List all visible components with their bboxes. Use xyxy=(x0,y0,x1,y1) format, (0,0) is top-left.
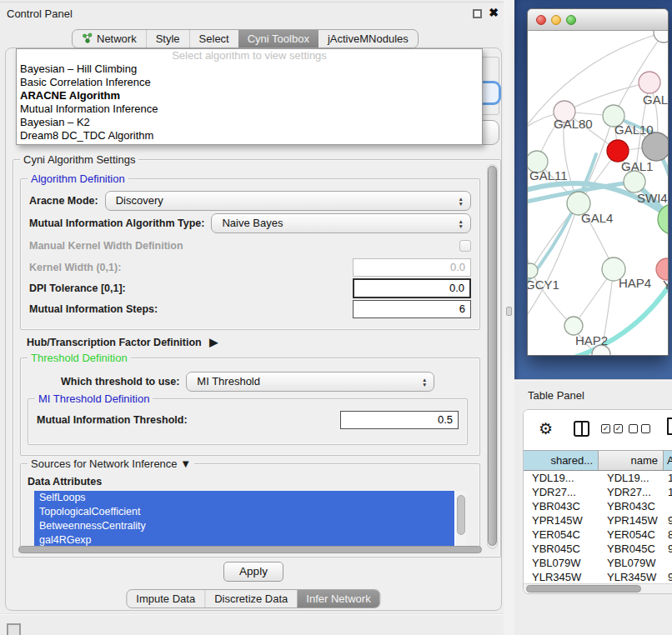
bottom-tab-impute-data[interactable]: Impute Data xyxy=(127,590,204,608)
table-cell[interactable]: YER054C xyxy=(599,528,664,542)
algorithm-option[interactable]: Mutual Information Inference xyxy=(17,102,482,116)
apply-button[interactable]: Apply xyxy=(223,562,283,582)
scrollbar-thumb[interactable] xyxy=(457,495,465,535)
close-traffic-light[interactable] xyxy=(536,15,546,25)
scrollbar-thumb[interactable] xyxy=(18,546,482,553)
attribute-item[interactable]: SelfLoops xyxy=(34,491,454,505)
bottom-tab-infer-network[interactable]: Infer Network xyxy=(297,590,379,608)
scrollbar-thumb[interactable] xyxy=(526,585,641,592)
table-cell[interactable]: YDL19... xyxy=(524,471,599,485)
zoom-traffic-light[interactable] xyxy=(566,15,576,25)
algorithm-option[interactable]: Bayesian – Hill Climbing xyxy=(17,62,482,76)
table-row[interactable]: YDR27...YDR27...12 xyxy=(524,485,672,499)
table-cell[interactable]: 9. xyxy=(664,542,672,556)
table-cell[interactable]: YLR345W xyxy=(599,570,664,584)
tab-label: Network xyxy=(97,32,137,45)
column-header-name[interactable]: name xyxy=(599,451,664,470)
checked-pair-icon[interactable]: ✓✓ xyxy=(601,424,623,433)
table-row[interactable]: YDL19...YDL19...13 xyxy=(524,471,672,485)
columns-icon[interactable] xyxy=(574,421,589,437)
table-cell[interactable]: 8. xyxy=(664,528,672,542)
hub-definition-expander[interactable]: Hub/Transcription Factor Definition ▶ xyxy=(27,336,218,348)
node-label: HAP2 xyxy=(575,333,608,348)
table-cell[interactable]: YBR043C xyxy=(524,499,599,513)
float-window-icon[interactable] xyxy=(473,9,482,18)
table-horizontal-scrollbar[interactable] xyxy=(524,583,672,593)
attribute-item[interactable]: TopologicalCoefficient xyxy=(34,505,454,519)
tab-style[interactable]: Style xyxy=(146,30,189,48)
window-titlebar[interactable] xyxy=(528,9,668,31)
bottom-tab-discretize-data[interactable]: Discretize Data xyxy=(204,590,297,608)
table-row[interactable]: YER054CYER054C8. xyxy=(524,528,672,542)
attribute-item[interactable]: BetweennessCentrality xyxy=(34,519,454,533)
table-cell[interactable]: YBR045C xyxy=(524,542,599,556)
tab-jactivemnodules[interactable]: jActiveMNodules xyxy=(318,30,418,48)
table-cell[interactable]: YDL19... xyxy=(599,471,664,485)
table-row[interactable]: YBR045CYBR045C9. xyxy=(524,542,672,556)
table-cell[interactable]: YER054C xyxy=(524,528,599,542)
node-label: GAL80 xyxy=(554,117,593,131)
table-row[interactable]: YBL079WYBL079W xyxy=(524,556,672,570)
table-cell[interactable]: YBL079W xyxy=(524,556,599,570)
dpi-tolerance-field[interactable]: 0.0 xyxy=(353,278,471,298)
close-icon[interactable]: ✖ xyxy=(489,6,499,19)
algorithm-option[interactable]: Dream8 DC_TDC Algorithm xyxy=(17,129,482,142)
tab-label: jActiveMNodules xyxy=(328,32,409,45)
table-row[interactable]: YBR043CYBR043C xyxy=(524,499,672,513)
chevron-updown-icon: ▲▼ xyxy=(422,378,427,387)
settings-horizontal-scrollbar[interactable] xyxy=(18,546,482,554)
algorithm-option[interactable]: ARACNE Algorithm xyxy=(17,89,482,102)
mini-panel-icon[interactable] xyxy=(7,623,21,635)
network-window[interactable]: GALGAL80GAL10GAL1GAL11SWI4GAL4GCY1HAP4YH… xyxy=(527,8,669,356)
split-divider[interactable] xyxy=(504,0,514,635)
control-panel-tabs: NetworkStyleSelectCyni ToolboxjActiveMNo… xyxy=(72,29,419,48)
column-header-clipped[interactable]: A xyxy=(664,451,672,470)
table-cell[interactable]: 12 xyxy=(664,485,672,499)
network-canvas[interactable]: GALGAL80GAL10GAL1GAL11SWI4GAL4GCY1HAP4YH… xyxy=(528,31,668,356)
which-threshold-combo[interactable]: MI Threshold ▲▼ xyxy=(186,372,434,392)
aracne-mode-combo[interactable]: Discovery ▲▼ xyxy=(105,191,471,211)
column-header-shared-name[interactable]: shared... xyxy=(524,451,599,470)
minimize-traffic-light[interactable] xyxy=(551,15,561,25)
algorithm-option[interactable]: Basic Correlation Inference xyxy=(17,76,482,89)
attribute-rows: SelfLoopsTopologicalCoefficientBetweenne… xyxy=(34,491,466,548)
network-node[interactable] xyxy=(654,31,668,42)
network-node-swi4[interactable] xyxy=(624,171,645,192)
tab-network[interactable]: Network xyxy=(73,30,146,48)
tab-select[interactable]: Select xyxy=(189,30,238,48)
settings-vertical-scrollbar[interactable] xyxy=(487,164,498,549)
table-cell[interactable]: YBR043C xyxy=(599,499,664,513)
node-label: HAP4 xyxy=(619,276,651,290)
table-cell[interactable]: YDR27... xyxy=(524,485,599,499)
network-node[interactable] xyxy=(642,132,668,161)
table-cell[interactable]: YPR145W xyxy=(524,513,599,528)
attribute-list-scrollbar[interactable] xyxy=(456,491,466,549)
mi-threshold-field[interactable]: 0.5 xyxy=(340,411,459,429)
table-row[interactable]: YLR345WYLR345W9. xyxy=(524,570,672,584)
node-label: GAL1 xyxy=(621,159,653,173)
document-icon[interactable] xyxy=(667,418,672,435)
tab-cyni-toolbox[interactable]: Cyni Toolbox xyxy=(238,30,318,48)
gear-icon[interactable]: ⚙ xyxy=(539,419,553,438)
network-node-hap2[interactable] xyxy=(564,317,583,335)
algorithm-option[interactable]: Bayesian – K2 xyxy=(17,116,482,129)
mi-steps-field[interactable]: 6 xyxy=(353,300,471,318)
scrollbar-thumb[interactable] xyxy=(488,166,497,546)
table-cell[interactable] xyxy=(664,556,672,570)
mi-type-combo[interactable]: Naive Bayes ▲▼ xyxy=(211,213,471,233)
table-cell[interactable] xyxy=(664,499,672,513)
sources-collapse-header[interactable]: Sources for Network Inference ▼ xyxy=(28,458,194,470)
table-cell[interactable]: 13 xyxy=(664,471,672,485)
table-cell[interactable]: YLR345W xyxy=(524,570,599,584)
network-node-gal[interactable] xyxy=(639,72,660,93)
unchecked-pair-icon[interactable] xyxy=(629,424,650,433)
table-cell[interactable]: YBL079W xyxy=(599,556,664,570)
divider-handle-icon[interactable] xyxy=(506,307,512,316)
table-cell[interactable]: YBR045C xyxy=(599,542,664,556)
table-row[interactable]: YPR145WYPR145W9. xyxy=(524,513,672,528)
table-cell[interactable]: 9. xyxy=(664,513,672,528)
table-cell[interactable]: YDR27... xyxy=(599,485,664,499)
table-cell[interactable]: YPR145W xyxy=(599,513,664,528)
network-node-gcy1[interactable] xyxy=(528,263,538,278)
table-cell[interactable]: 9. xyxy=(664,570,672,584)
